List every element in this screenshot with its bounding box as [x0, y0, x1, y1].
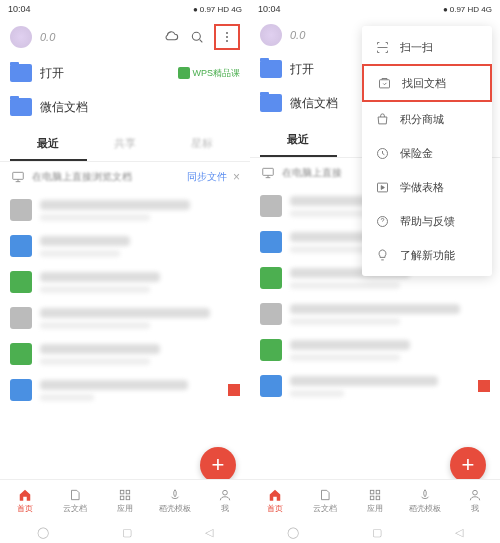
doc-row[interactable] — [260, 332, 490, 368]
avatar[interactable] — [10, 26, 32, 48]
folder-icon — [260, 60, 282, 78]
mall-icon — [374, 111, 390, 127]
nav-templates[interactable]: 稻壳模板 — [400, 480, 450, 521]
bottom-nav: 首页 云文档 应用 稻壳模板 我 — [250, 479, 500, 521]
svg-point-9 — [223, 490, 228, 495]
screen-right: 10:04 ●0.97 HD 4G 0.0 打开 微信文档 最近 在电脑上直接 — [250, 0, 500, 543]
doc-row[interactable] — [10, 336, 240, 372]
svg-point-1 — [226, 32, 228, 34]
search-icon[interactable] — [188, 28, 206, 46]
close-icon[interactable]: × — [233, 170, 240, 184]
sys-recent[interactable]: ◯ — [37, 526, 49, 539]
nav-cloud[interactable]: 云文档 — [300, 480, 350, 521]
status-time: 10:04 — [258, 4, 281, 14]
svg-rect-4 — [13, 172, 24, 179]
sys-back[interactable]: ◁ — [455, 526, 463, 539]
bottom-nav: 首页 云文档 应用 稻壳模板 我 — [0, 479, 250, 521]
status-indicators: ●0.97 HD 4G — [443, 5, 492, 14]
svg-rect-5 — [120, 490, 124, 494]
folder-icon — [260, 94, 282, 112]
svg-rect-16 — [379, 79, 389, 87]
tabs: 最近 共享 星标 — [0, 128, 250, 162]
sys-back[interactable]: ◁ — [205, 526, 213, 539]
svg-point-2 — [226, 36, 228, 38]
app-header: 0.0 — [0, 18, 250, 56]
doc-row[interactable] — [10, 228, 240, 264]
highlight-more-button — [214, 24, 240, 50]
menu-whatsnew[interactable]: 了解新功能 — [362, 238, 492, 272]
doc-icon — [260, 231, 282, 253]
bulb-icon — [374, 247, 390, 263]
menu-recover-docs[interactable]: 找回文档 — [362, 64, 492, 102]
nav-home[interactable]: 首页 — [250, 480, 300, 521]
monitor-icon — [260, 166, 276, 180]
folder-icon — [10, 64, 32, 82]
doc-icon — [260, 375, 282, 397]
more-icon[interactable] — [218, 28, 236, 46]
svg-point-15 — [473, 490, 478, 495]
folder-row[interactable]: 微信文档 — [10, 90, 240, 124]
menu-templates[interactable]: 学做表格 — [362, 170, 492, 204]
help-icon — [374, 213, 390, 229]
tip-row: 在电脑上直接浏览文档 同步文件 × — [0, 162, 250, 192]
sys-home[interactable]: ▢ — [372, 526, 382, 539]
play-icon — [374, 179, 390, 195]
folder-label: 打开 — [40, 65, 170, 82]
folder-row[interactable]: 打开 WPS精品课 — [10, 56, 240, 90]
status-time: 10:04 — [8, 4, 31, 14]
svg-rect-7 — [120, 496, 124, 500]
tip-action[interactable]: 同步文件 — [187, 170, 227, 184]
doc-icon — [10, 343, 32, 365]
header-score: 0.0 — [40, 31, 55, 43]
doc-row[interactable] — [260, 296, 490, 332]
svg-rect-8 — [126, 496, 130, 500]
nav-apps[interactable]: 应用 — [350, 480, 400, 521]
tab-star[interactable]: 星标 — [163, 128, 240, 161]
cloud-icon[interactable] — [162, 28, 180, 46]
nav-home[interactable]: 首页 — [0, 480, 50, 521]
flag-icon — [478, 380, 490, 392]
menu-scan[interactable]: 扫一扫 — [362, 30, 492, 64]
fab-add-button[interactable]: + — [200, 447, 236, 483]
doc-icon — [10, 235, 32, 257]
tab-share[interactable]: 共享 — [87, 128, 164, 161]
flag-icon — [228, 384, 240, 396]
monitor-icon — [10, 170, 26, 184]
sys-home[interactable]: ▢ — [122, 526, 132, 539]
recover-icon — [376, 75, 392, 91]
svg-rect-11 — [370, 490, 374, 494]
svg-rect-14 — [376, 496, 380, 500]
fab-add-button[interactable]: + — [450, 447, 486, 483]
status-indicators: ●0.97 HD 4G — [193, 5, 242, 14]
nav-templates[interactable]: 稻壳模板 — [150, 480, 200, 521]
doc-row[interactable] — [260, 368, 490, 404]
safe-icon — [374, 145, 390, 161]
more-dropdown: 扫一扫 找回文档 积分商城 保险金 学做表格 帮助与反馈 了解新功能 — [362, 26, 492, 276]
folder-label: 微信文档 — [40, 99, 240, 116]
tab-recent[interactable]: 最近 — [10, 128, 87, 161]
nav-me[interactable]: 我 — [200, 480, 250, 521]
status-bar: 10:04 ●0.97 HD 4G — [0, 0, 250, 18]
sys-recent[interactable]: ◯ — [287, 526, 299, 539]
doc-icon — [10, 199, 32, 221]
folder-icon — [10, 98, 32, 116]
doc-row[interactable] — [10, 372, 240, 408]
nav-me[interactable]: 我 — [450, 480, 500, 521]
status-bar: 10:04 ●0.97 HD 4G — [250, 0, 500, 18]
doc-row[interactable] — [10, 192, 240, 228]
doc-icon — [10, 307, 32, 329]
menu-points-mall[interactable]: 积分商城 — [362, 102, 492, 136]
wps-badge[interactable]: WPS精品课 — [178, 67, 240, 80]
nav-apps[interactable]: 应用 — [100, 480, 150, 521]
menu-safe[interactable]: 保险金 — [362, 136, 492, 170]
nav-cloud[interactable]: 云文档 — [50, 480, 100, 521]
doc-row[interactable] — [10, 264, 240, 300]
svg-rect-6 — [126, 490, 130, 494]
doc-icon — [260, 267, 282, 289]
menu-help[interactable]: 帮助与反馈 — [362, 204, 492, 238]
doc-row[interactable] — [10, 300, 240, 336]
avatar[interactable] — [260, 24, 282, 46]
tab-recent[interactable]: 最近 — [260, 124, 337, 157]
doc-icon — [10, 379, 32, 401]
folder-list: 打开 WPS精品课 微信文档 — [0, 56, 250, 124]
